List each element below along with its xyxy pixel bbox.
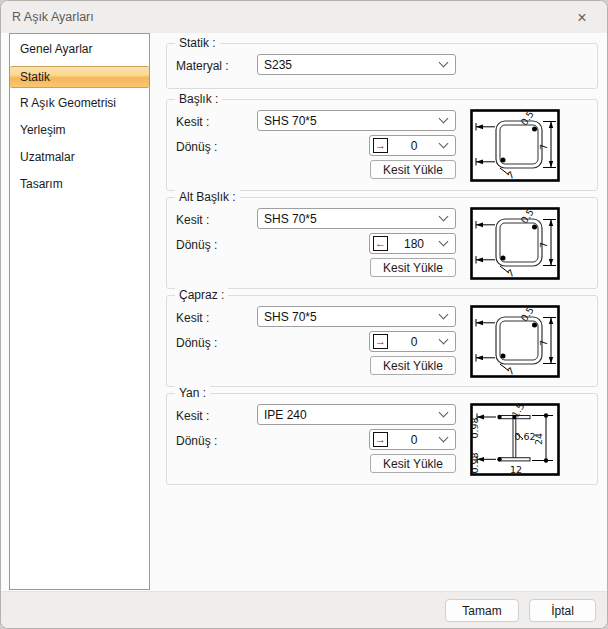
sidebar-item-statik[interactable]: Statik bbox=[10, 66, 149, 88]
kesit-yukle-button[interactable]: Kesit Yükle bbox=[370, 258, 456, 277]
sidebar-item-tasarim[interactable]: Tasarım bbox=[10, 174, 149, 196]
material-label: Materyal : bbox=[176, 59, 229, 73]
shs-section-diagram: 0.5 7 7 bbox=[470, 305, 560, 378]
kesit-value: SHS 70*5 bbox=[264, 114, 317, 128]
shs-height-label: 7 bbox=[538, 144, 549, 150]
r-asik-ayarlari-dialog: R Aşık Ayarları × Genel Ayarlar Statik R… bbox=[0, 0, 608, 629]
close-icon[interactable]: × bbox=[565, 6, 599, 29]
kesit-value: IPE 240 bbox=[264, 408, 307, 422]
group-alt-baslik: Alt Başlık : Kesit : SHS 70*5 Dönüş : ← … bbox=[166, 197, 598, 289]
kesit-label: Kesit : bbox=[176, 311, 209, 325]
donus-select[interactable]: ← 180 bbox=[369, 233, 456, 254]
kesit-value: SHS 70*5 bbox=[264, 212, 317, 226]
rotation-arrow-icon: → bbox=[373, 432, 388, 447]
donus-select[interactable]: → 0 bbox=[369, 429, 456, 450]
kesit-label: Kesit : bbox=[176, 213, 209, 227]
group-title: Yan : bbox=[175, 386, 210, 400]
chevron-down-icon bbox=[439, 408, 449, 418]
window-title: R Aşık Ayarları bbox=[12, 10, 94, 24]
dialog-body: Genel Ayarlar Statik R Aşık Geometrisi Y… bbox=[1, 33, 607, 591]
group-title: Statik : bbox=[175, 36, 220, 50]
chevron-down-icon bbox=[439, 139, 449, 149]
sidebar: Genel Ayarlar Statik R Aşık Geometrisi Y… bbox=[9, 33, 150, 590]
chevron-down-icon bbox=[439, 310, 449, 320]
group-statik: Statik : Materyal : S235 bbox=[166, 43, 598, 89]
kesit-select[interactable]: IPE 240 bbox=[257, 404, 456, 425]
donus-select[interactable]: → 0 bbox=[369, 135, 456, 156]
dialog-footer: Tamam İptal bbox=[1, 591, 607, 628]
kesit-label: Kesit : bbox=[176, 115, 209, 129]
donus-select[interactable]: → 0 bbox=[369, 331, 456, 352]
ipe-section-diagram: 0.98 0.98 1.5 0.62 24 12 bbox=[470, 403, 560, 476]
shs-height-label: 7 bbox=[538, 340, 549, 346]
donus-label: Dönüş : bbox=[176, 434, 217, 448]
ipe-height-label: 24 bbox=[533, 433, 544, 445]
shs-height-label: 7 bbox=[538, 242, 549, 248]
chevron-down-icon bbox=[439, 212, 449, 222]
donus-label: Dönüş : bbox=[176, 238, 217, 252]
shs-section-diagram: 0.5 7 7 bbox=[470, 109, 560, 182]
group-title: Alt Başlık : bbox=[175, 190, 240, 204]
rotation-arrow-icon: → bbox=[373, 138, 388, 153]
chevron-down-icon bbox=[439, 433, 449, 443]
group-yan: Yan : Kesit : IPE 240 Dönüş : → 0 Kesit … bbox=[166, 393, 598, 485]
chevron-down-icon bbox=[439, 58, 449, 68]
donus-value: 0 bbox=[388, 139, 440, 153]
kesit-yukle-button[interactable]: Kesit Yükle bbox=[370, 160, 456, 179]
chevron-down-icon bbox=[439, 237, 449, 247]
shs-section-diagram: 0.5 7 7 bbox=[470, 207, 560, 280]
donus-value: 180 bbox=[388, 237, 440, 251]
kesit-select[interactable]: SHS 70*5 bbox=[257, 208, 456, 229]
kesit-yukle-button[interactable]: Kesit Yükle bbox=[370, 356, 456, 375]
tamam-button[interactable]: Tamam bbox=[445, 599, 519, 622]
rotation-arrow-icon: → bbox=[373, 334, 388, 349]
sidebar-item-r-asik-geometrisi[interactable]: R Aşık Geometrisi bbox=[10, 93, 149, 115]
rotation-arrow-icon: ← bbox=[373, 236, 388, 251]
material-select[interactable]: S235 bbox=[257, 54, 456, 75]
group-baslik: Başlık : Kesit : SHS 70*5 Dönüş : → 0 Ke… bbox=[166, 99, 598, 191]
iptal-button[interactable]: İptal bbox=[529, 599, 596, 622]
kesit-label: Kesit : bbox=[176, 409, 209, 423]
ipe-flange-bottom-label: 0.98 bbox=[470, 452, 480, 473]
material-value: S235 bbox=[264, 58, 292, 72]
sidebar-item-uzatmalar[interactable]: Uzatmalar bbox=[10, 147, 149, 169]
group-title: Başlık : bbox=[175, 92, 222, 106]
group-capraz: Çapraz : Kesit : SHS 70*5 Dönüş : → 0 Ke… bbox=[166, 295, 598, 387]
titlebar: R Aşık Ayarları bbox=[1, 1, 607, 33]
group-title: Çapraz : bbox=[175, 288, 228, 302]
ipe-flange-top-label: 0.98 bbox=[470, 417, 480, 438]
ipe-width-label: 12 bbox=[510, 464, 522, 475]
donus-value: 0 bbox=[388, 335, 440, 349]
donus-value: 0 bbox=[388, 433, 440, 447]
donus-label: Dönüş : bbox=[176, 140, 217, 154]
kesit-yukle-button[interactable]: Kesit Yükle bbox=[370, 454, 456, 473]
settings-panel: Statik : Materyal : S235 Başlık : Kesit … bbox=[166, 43, 598, 491]
kesit-value: SHS 70*5 bbox=[264, 310, 317, 324]
donus-label: Dönüş : bbox=[176, 336, 217, 350]
sidebar-item-genel-ayarlar[interactable]: Genel Ayarlar bbox=[10, 39, 149, 61]
sidebar-item-yerlesim[interactable]: Yerleşim bbox=[10, 120, 149, 142]
kesit-select[interactable]: SHS 70*5 bbox=[257, 306, 456, 327]
kesit-select[interactable]: SHS 70*5 bbox=[257, 110, 456, 131]
chevron-down-icon bbox=[439, 335, 449, 345]
chevron-down-icon bbox=[439, 114, 449, 124]
